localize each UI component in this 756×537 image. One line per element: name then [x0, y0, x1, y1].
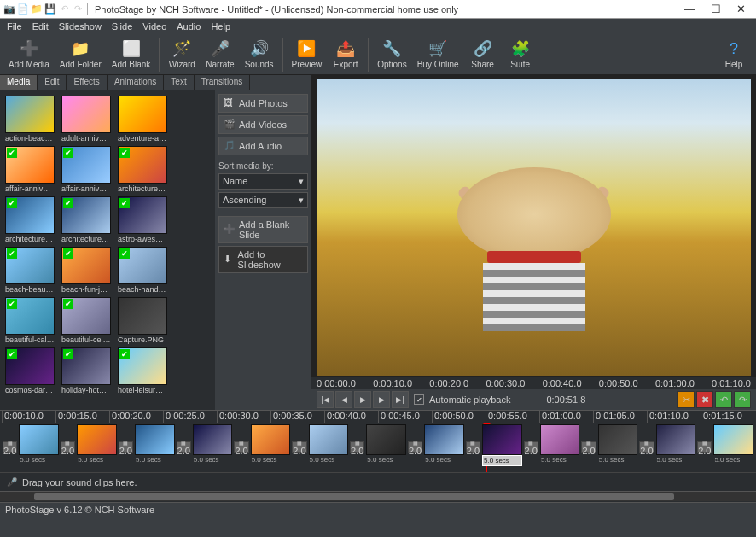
next-button[interactable]: ▶	[373, 391, 390, 408]
media-thumb[interactable]: action-beach-care...	[5, 96, 58, 143]
add-blank-button[interactable]: ⬜Add Blank	[107, 38, 156, 71]
open-icon[interactable]: 📁	[31, 3, 43, 15]
tab-edit[interactable]: Edit	[38, 75, 67, 90]
transition[interactable]: ▦2.0	[524, 441, 538, 453]
timeline-clip[interactable]: 5.0 secs	[482, 424, 522, 470]
sounds-button[interactable]: 🔊Sounds	[240, 38, 279, 71]
add-photos-button[interactable]: 🖼Add Photos	[218, 94, 308, 113]
media-thumb[interactable]: ✔beautiful-celebrati...	[61, 297, 114, 344]
share-button[interactable]: 🔗Share	[464, 38, 502, 71]
tab-media[interactable]: Media	[0, 75, 38, 90]
media-thumb[interactable]: ✔beautiful-calm-clo...	[5, 297, 58, 344]
redo-button[interactable]: ↷	[734, 391, 751, 408]
media-thumb[interactable]: ✔beach-beautiful-bi...	[5, 247, 58, 294]
media-thumb[interactable]: ✔architecture-buildi...	[61, 196, 114, 243]
media-thumb[interactable]: Capture.PNG	[118, 297, 171, 344]
close-button[interactable]: ✕	[736, 3, 746, 15]
media-thumb[interactable]: ✔architecture-ballo...	[118, 146, 171, 193]
media-thumb[interactable]: ✔architecture-barg...	[5, 196, 58, 243]
new-icon[interactable]: 📄	[17, 3, 29, 15]
cut-button[interactable]: ✂	[677, 391, 695, 408]
tab-transitions[interactable]: Transitions	[195, 75, 251, 90]
undo-icon[interactable]: ↶	[58, 3, 70, 15]
transition[interactable]: ▦2.0	[697, 441, 712, 453]
media-thumb[interactable]: ✔beach-hand-ice-cr...	[118, 247, 171, 294]
auto-playback-checkbox[interactable]: ✔	[414, 394, 424, 405]
media-thumb[interactable]: ✔beach-fun-jet-ski-...	[61, 247, 114, 294]
menu-help[interactable]: Help	[207, 20, 234, 32]
transition[interactable]: ▦2.0	[3, 441, 17, 453]
help-button[interactable]: ?Help	[715, 38, 753, 71]
skip-end-button[interactable]: ▶|	[392, 391, 409, 408]
sort-field-select[interactable]: Name▾	[218, 173, 308, 190]
media-thumb[interactable]: ✔hotel-leisure-palm-...	[118, 347, 171, 394]
transition[interactable]: ▦2.0	[61, 441, 75, 453]
transition[interactable]: ▦2.0	[408, 441, 422, 453]
transition[interactable]: ▦2.0	[466, 441, 480, 453]
preview-image[interactable]	[317, 79, 751, 376]
tab-text[interactable]: Text	[164, 75, 194, 90]
timeline-clip[interactable]: 5.0 secs	[598, 424, 638, 470]
tab-animations[interactable]: Animations	[108, 75, 164, 90]
minimize-button[interactable]: —	[684, 3, 695, 15]
prev-button[interactable]: ◀	[335, 391, 352, 408]
export-button[interactable]: 📤Export	[327, 38, 364, 71]
transition[interactable]: ▦2.0	[639, 441, 654, 453]
add-media-button[interactable]: ➕Add Media	[3, 38, 55, 71]
timeline-clip[interactable]: 5.0 secs	[251, 424, 291, 470]
timeline-ruler[interactable]: 0:00:10.00:00:15.00:00:20.00:00:25.00:00…	[0, 411, 756, 423]
preview-ruler[interactable]: 0:00:00.00:00:10.00:00:20.00:00:30.00:00…	[311, 377, 756, 389]
sort-order-select[interactable]: Ascending▾	[218, 192, 308, 208]
media-thumb[interactable]: adventure-art-ball...	[118, 96, 171, 143]
media-thumb[interactable]: adult-anniversary...	[61, 96, 114, 143]
menu-slide[interactable]: Slide	[108, 20, 136, 32]
timeline-clip[interactable]: 5.0 secs	[540, 424, 580, 470]
delete-button[interactable]: ✖	[696, 391, 713, 408]
menu-edit[interactable]: Edit	[29, 20, 52, 32]
timeline-clip[interactable]: 5.0 secs	[366, 424, 406, 470]
suite-button[interactable]: 🧩Suite	[502, 38, 539, 71]
media-thumb[interactable]: ✔affair-anniversary...	[5, 146, 58, 193]
save-icon[interactable]: 💾	[44, 3, 56, 15]
transition[interactable]: ▦2.0	[581, 441, 596, 453]
add-audio-button[interactable]: 🎵Add Audio	[218, 137, 308, 155]
transition[interactable]: ▦2.0	[119, 441, 133, 453]
add-to-slideshow-button[interactable]: ⬇Add to Slideshow	[218, 246, 308, 273]
audio-track[interactable]: Drag your sound clips here.	[0, 472, 756, 491]
menu-file[interactable]: File	[3, 20, 26, 32]
transition[interactable]: ▦2.0	[234, 441, 248, 453]
transition[interactable]: ▦2.0	[177, 441, 191, 453]
media-thumb[interactable]: ✔cosmos-dark-eveni...	[5, 347, 58, 394]
options-button[interactable]: 🔧Options	[372, 38, 411, 71]
media-thumb[interactable]: ✔affair-anniversary...	[61, 146, 114, 193]
media-thumb[interactable]: ✔astro-awesome-bl...	[118, 196, 171, 243]
menu-audio[interactable]: Audio	[173, 20, 204, 32]
timeline-clip[interactable]: 5.0 secs	[135, 424, 175, 470]
timeline-clip[interactable]: 5.0 secs	[193, 424, 233, 470]
add-videos-button[interactable]: 🎬Add Videos	[218, 115, 308, 134]
narrate-button[interactable]: 🎤Narrate	[201, 38, 239, 71]
add-blank-slide-button[interactable]: ➕Add a Blank Slide	[218, 216, 308, 243]
timeline-clips[interactable]: ▦2.05.0 secs▦2.05.0 secs▦2.05.0 secs▦2.0…	[0, 423, 756, 472]
redo-icon[interactable]: ↷	[72, 3, 84, 15]
maximize-button[interactable]: ☐	[711, 3, 721, 15]
undo-button[interactable]: ↶	[715, 391, 732, 408]
timeline-clip[interactable]: 5.0 secs	[656, 424, 696, 470]
transition[interactable]: ▦2.0	[292, 441, 306, 453]
menu-video[interactable]: Video	[139, 20, 170, 32]
skip-start-button[interactable]: |◀	[317, 391, 334, 408]
media-thumb[interactable]: ✔holiday-hotel-las-v...	[61, 347, 114, 394]
transition[interactable]: ▦2.0	[350, 441, 364, 453]
preview-button[interactable]: ▶️Preview	[287, 38, 328, 71]
add-folder-button[interactable]: 📁Add Folder	[55, 38, 107, 71]
tab-effects[interactable]: Effects	[67, 75, 107, 90]
timeline-clip[interactable]: 5.0 secs	[424, 424, 464, 470]
play-button[interactable]: ▶	[354, 391, 371, 408]
timeline-clip[interactable]: 5.0 secs	[713, 424, 753, 470]
timeline-scrollbar[interactable]	[0, 491, 756, 501]
timeline-clip[interactable]: 5.0 secs	[77, 424, 117, 470]
timeline-clip[interactable]: 5.0 secs	[309, 424, 349, 470]
wizard-button[interactable]: 🪄Wizard	[163, 38, 201, 71]
timeline-clip[interactable]: 5.0 secs	[19, 424, 59, 470]
menu-slideshow[interactable]: Slideshow	[55, 20, 105, 32]
